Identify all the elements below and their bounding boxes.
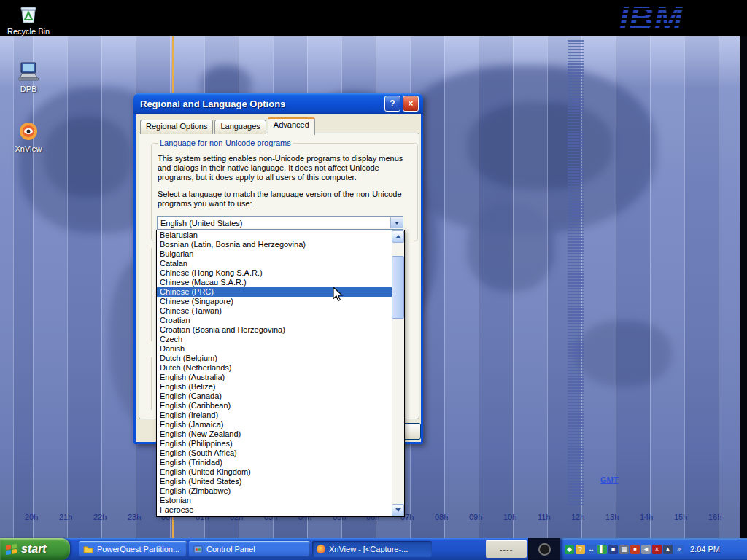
dropdown-item[interactable]: Dutch (Netherlands) bbox=[157, 363, 392, 373]
dropdown-item[interactable]: English (South Africa) bbox=[157, 448, 392, 458]
language-combobox[interactable]: English (United States) bbox=[157, 216, 403, 230]
dropdown-scrollbar[interactable] bbox=[392, 230, 404, 516]
hour-label: 14h bbox=[640, 513, 653, 521]
taskbar-dark-segment[interactable] bbox=[528, 538, 560, 560]
hour-label: 10h bbox=[503, 513, 516, 521]
dropdown-item[interactable]: Croatian (Bosnia and Herzegovina) bbox=[157, 325, 392, 335]
dropdown-item[interactable]: Chinese (Singapore) bbox=[157, 297, 392, 306]
dropdown-item[interactable]: English (New Zealand) bbox=[157, 429, 392, 439]
wallpaper-right-edge bbox=[740, 36, 747, 538]
combobox-dropdown-button[interactable] bbox=[390, 217, 403, 228]
dropdown-item[interactable]: Chinese (Taiwan) bbox=[157, 306, 392, 316]
taskbar-clock: 2:04 PM bbox=[690, 545, 720, 553]
dropdown-item[interactable]: Croatian bbox=[157, 316, 392, 325]
language-dropdown-list: Belarusian Bosnian (Latin, Bosnia and He… bbox=[156, 230, 405, 517]
xnview-icon bbox=[3, 120, 54, 143]
dropdown-item[interactable]: English (Belize) bbox=[157, 382, 392, 392]
dropdown-item[interactable]: Belarusian bbox=[157, 230, 392, 240]
tray-icon-5[interactable]: ■ bbox=[608, 545, 618, 554]
control-panel-icon bbox=[193, 545, 203, 554]
taskbar-misc-segment[interactable]: ---- bbox=[486, 540, 527, 558]
tray-icon-8[interactable]: ◄ bbox=[641, 545, 651, 554]
tray-glyph: ■ bbox=[611, 545, 615, 553]
dropdown-item[interactable]: Czech bbox=[157, 335, 392, 344]
tray-glyph: ▲ bbox=[665, 545, 671, 553]
dropdown-item[interactable]: English (Australia) bbox=[157, 373, 392, 382]
recycle-bin-icon bbox=[3, 2, 54, 26]
hour-label: 20h bbox=[25, 513, 38, 521]
dropdown-items: Belarusian Bosnian (Latin, Bosnia and He… bbox=[157, 230, 392, 516]
dropdown-item[interactable]: English (Caribbean) bbox=[157, 401, 392, 411]
tray-icon-4[interactable]: ▌ bbox=[597, 545, 607, 554]
dropdown-item[interactable]: English (Ireland) bbox=[157, 411, 392, 420]
desktop-icon-recycle-bin[interactable]: Recycle Bin bbox=[3, 2, 54, 36]
dropdown-item[interactable]: Estonian bbox=[157, 496, 392, 505]
hour-label: 22h bbox=[93, 513, 107, 521]
taskbar-button-control-panel[interactable]: Control Panel bbox=[189, 541, 310, 557]
tray-glyph: ◄ bbox=[643, 545, 649, 553]
dialog-titlebar[interactable]: Regional and Language Options ? × bbox=[133, 93, 423, 114]
tray-glyph: ? bbox=[578, 545, 582, 553]
scroll-down-button[interactable] bbox=[392, 504, 404, 516]
tab-languages[interactable]: Languages bbox=[214, 120, 266, 134]
top-black-bar: IBM bbox=[0, 0, 747, 36]
dropdown-item[interactable]: English (Zimbabwe) bbox=[157, 486, 392, 496]
dropdown-item[interactable]: English (Jamaica) bbox=[157, 420, 392, 429]
hour-label: 23h bbox=[128, 513, 141, 521]
dropdown-item[interactable]: English (Philippines) bbox=[157, 439, 392, 448]
dropdown-item[interactable]: English (Trinidad) bbox=[157, 458, 392, 467]
dropdown-item[interactable]: Dutch (Belgium) bbox=[157, 354, 392, 363]
hour-label: 16h bbox=[708, 513, 721, 521]
taskbar-button-powerquest[interactable]: PowerQuest Partition... bbox=[79, 541, 187, 557]
desktop-icon-label: Recycle Bin bbox=[3, 27, 54, 36]
mouse-cursor bbox=[333, 287, 344, 303]
tray-glyph: × bbox=[655, 545, 659, 553]
dropdown-item[interactable]: Faeroese bbox=[157, 505, 392, 515]
system-tray: ◆ ? ↔ ▌ ■ ▦ ● ◄ × ▲ » 2:04 PM bbox=[560, 538, 747, 560]
dropdown-item[interactable]: Catalan bbox=[157, 259, 392, 268]
dropdown-item[interactable]: Chinese (Hong Kong S.A.R.) bbox=[157, 268, 392, 278]
tray-icon-6[interactable]: ▦ bbox=[619, 545, 629, 554]
tray-icon-11[interactable]: » bbox=[674, 545, 684, 554]
tab-advanced[interactable]: Advanced bbox=[268, 117, 315, 135]
tray-icon-2[interactable]: ? bbox=[576, 545, 585, 554]
dialog-tabs: Regional Options Languages Advanced bbox=[140, 120, 315, 135]
tray-icon-7[interactable]: ● bbox=[630, 545, 640, 554]
scrollbar-track[interactable] bbox=[392, 243, 404, 504]
groupbox-edge-fragment bbox=[151, 357, 152, 410]
tray-icon-3[interactable]: ↔ bbox=[587, 545, 596, 554]
taskbar-button-xnview[interactable]: XnView - [<Capture-... bbox=[312, 541, 432, 557]
dropdown-item-selected[interactable]: Chinese (PRC) bbox=[157, 287, 392, 297]
scrollbar-thumb[interactable] bbox=[392, 256, 404, 319]
ibm-logo: IBM bbox=[619, 0, 683, 36]
tray-icon-1[interactable]: ◆ bbox=[565, 545, 574, 554]
dropdown-item[interactable]: Chinese (Macau S.A.R.) bbox=[157, 278, 392, 287]
dropdown-item[interactable]: Bulgarian bbox=[157, 249, 392, 259]
gmt-label: GMT bbox=[600, 475, 618, 484]
dropdown-item[interactable]: Bosnian (Latin, Bosnia and Herzegovina) bbox=[157, 240, 392, 249]
tray-icon-10[interactable]: ▲ bbox=[663, 545, 673, 554]
tray-glyph: ▦ bbox=[621, 545, 627, 553]
dark-segment-icon bbox=[538, 543, 551, 556]
taskbar-button-label: PowerQuest Partition... bbox=[97, 545, 179, 553]
dropdown-item[interactable]: English (United Kingdom) bbox=[157, 467, 392, 477]
desktop-icon-label: DPB bbox=[3, 85, 54, 93]
tray-glyph: » bbox=[677, 545, 681, 553]
close-button[interactable]: × bbox=[403, 96, 419, 112]
tab-regional-options[interactable]: Regional Options bbox=[140, 120, 213, 134]
desktop: GMT 20h 21h 22h 23h 00h 01h 02h 03h 04h … bbox=[0, 0, 747, 560]
tray-icon-9[interactable]: × bbox=[652, 545, 662, 554]
taskbar: start PowerQuest Partition... Control Pa… bbox=[0, 538, 747, 560]
desktop-icon-dpb[interactable]: DPB bbox=[3, 60, 54, 93]
chevron-down-icon bbox=[395, 222, 399, 225]
tray-glyph: ● bbox=[633, 545, 637, 553]
hour-label: 12h bbox=[571, 513, 584, 521]
help-button[interactable]: ? bbox=[384, 96, 400, 112]
dropdown-item[interactable]: English (Canada) bbox=[157, 392, 392, 401]
start-button[interactable]: start bbox=[0, 538, 70, 560]
dropdown-item[interactable]: Danish bbox=[157, 344, 392, 354]
hour-label: 15h bbox=[674, 513, 687, 521]
dropdown-item[interactable]: English (United States) bbox=[157, 477, 392, 486]
scroll-up-button[interactable] bbox=[392, 230, 404, 243]
desktop-icon-xnview[interactable]: XnView bbox=[3, 120, 54, 153]
